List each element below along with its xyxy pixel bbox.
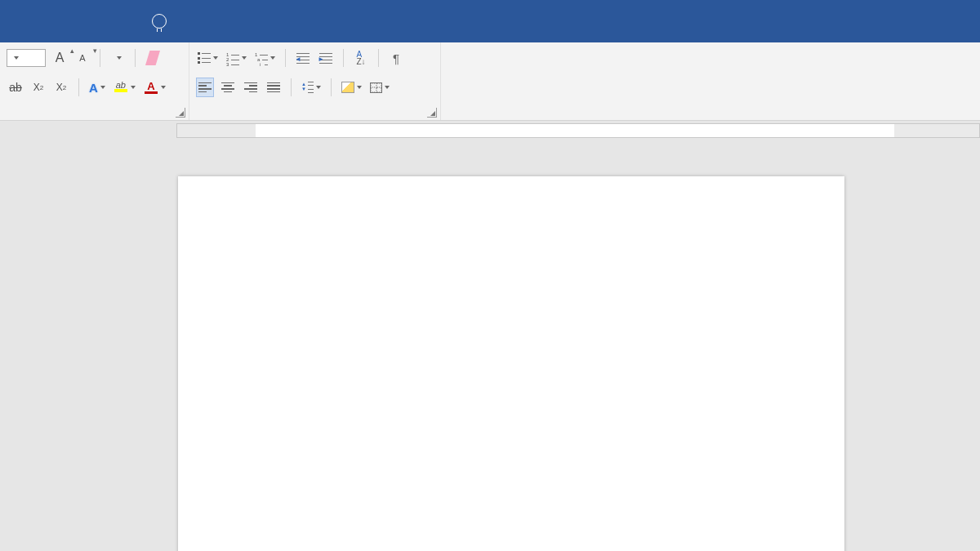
align-center-button[interactable]	[219, 78, 237, 97]
document-page[interactable]	[178, 176, 844, 551]
separator	[100, 49, 100, 67]
strikethrough-button[interactable]: ab	[7, 78, 24, 97]
group-label-paragraph	[189, 115, 440, 120]
align-right-button[interactable]	[242, 78, 260, 97]
separator	[291, 78, 292, 96]
multilevel-list-button[interactable]: 1ai	[253, 48, 277, 68]
borders-button[interactable]	[368, 78, 391, 97]
separator	[285, 49, 286, 67]
tab-help[interactable]	[119, 18, 122, 24]
font-color-icon: A	[144, 81, 158, 94]
numbering-button[interactable]: 123	[225, 48, 248, 68]
align-left-button[interactable]	[196, 78, 214, 97]
horizontal-ruler[interactable]	[176, 123, 980, 138]
shrink-font-button[interactable]: A	[74, 48, 91, 68]
font-color-button[interactable]: A	[142, 78, 167, 97]
text-effects-button[interactable]: A	[87, 78, 107, 97]
separator	[135, 49, 136, 67]
font-size-input[interactable]	[7, 49, 46, 67]
ribbon: A A ab X2 X2 A ab A 123	[0, 42, 980, 121]
separator	[343, 49, 344, 67]
bullets-icon	[198, 52, 211, 64]
align-left-icon	[198, 82, 212, 93]
line-spacing-button[interactable]: ▲▼	[300, 78, 323, 97]
group-label-styles	[441, 46, 980, 51]
sort-button[interactable]: AZ↓	[352, 48, 370, 68]
group-label-font	[0, 115, 189, 120]
bullets-button[interactable]	[196, 48, 220, 68]
change-case-button[interactable]	[109, 48, 127, 68]
align-center-icon	[221, 82, 234, 93]
menu-bar	[0, 0, 980, 42]
clear-formatting-button[interactable]	[144, 48, 162, 68]
group-paragraph: 123 1ai ◄ ► AZ↓ ¶ ▲▼	[189, 42, 441, 120]
grow-font-button[interactable]: A	[51, 48, 69, 68]
document-workspace[interactable]	[0, 140, 980, 551]
multilevel-icon: 1ai	[255, 52, 268, 64]
align-right-icon	[244, 82, 257, 93]
paragraph-dialog-launcher[interactable]	[427, 108, 437, 118]
increase-indent-icon: ►	[319, 53, 332, 64]
font-dialog-launcher[interactable]	[176, 108, 185, 118]
superscript-button[interactable]: X2	[52, 78, 70, 97]
sort-icon: AZ↓	[356, 51, 365, 65]
eraser-icon	[145, 51, 160, 65]
group-styles	[441, 42, 980, 120]
group-font: A A ab X2 X2 A ab A	[0, 42, 189, 120]
line-spacing-icon: ▲▼	[301, 82, 314, 93]
decrease-indent-icon: ◄	[296, 53, 310, 64]
tab-mailings[interactable]	[41, 18, 44, 24]
increase-indent-button[interactable]: ►	[317, 48, 335, 68]
show-marks-button[interactable]: ¶	[387, 48, 405, 68]
highlight-button[interactable]: ab	[112, 78, 137, 97]
shading-icon	[341, 82, 354, 93]
lightbulb-icon	[152, 14, 167, 29]
separator	[78, 78, 79, 96]
numbering-icon: 123	[226, 52, 239, 64]
tell-me-search[interactable]	[152, 14, 176, 29]
decrease-indent-button[interactable]: ◄	[294, 48, 312, 68]
tab-references[interactable]	[15, 18, 18, 24]
tab-view[interactable]	[93, 18, 96, 24]
ruler-area	[0, 121, 980, 140]
highlight-icon: ab	[114, 81, 128, 94]
tab-review[interactable]	[67, 18, 70, 24]
separator	[331, 78, 332, 96]
justify-icon	[267, 82, 280, 93]
justify-button[interactable]	[265, 78, 283, 97]
shading-button[interactable]	[340, 78, 363, 97]
subscript-button[interactable]: X2	[29, 78, 47, 97]
separator	[378, 49, 379, 67]
borders-icon	[370, 82, 382, 93]
